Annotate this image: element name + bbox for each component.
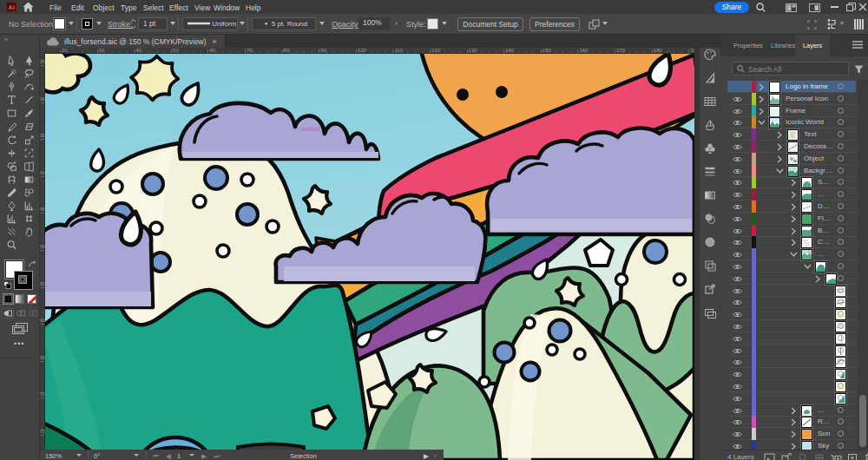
svg-text:anabut: anabut (301, 126, 319, 132)
